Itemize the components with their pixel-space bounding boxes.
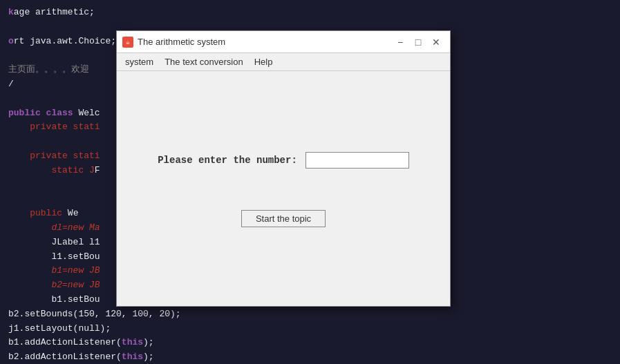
code-line: kage arithmetic; [8,6,612,20]
number-label: Please enter the number: [158,155,297,166]
code-line: b1.addActionListener(this); [8,336,612,350]
maximize-button[interactable]: □ [410,35,426,49]
code-line: j1.setLayout(null); [8,322,612,336]
minimize-button[interactable]: − [392,35,408,49]
start-topic-button[interactable]: Start the topic [241,210,326,227]
arithmetic-dialog: ☕ The arithmetic system − □ ✕ system The… [116,30,451,307]
menu-item-help[interactable]: Help [249,55,279,68]
dialog-title: The arithmetic system [138,37,225,47]
menu-item-system[interactable]: system [120,55,159,68]
dialog-titlebar: ☕ The arithmetic system − □ ✕ [117,31,450,53]
dialog-content: Please enter the number: Start the topic [117,71,450,307]
number-input-row: Please enter the number: [158,152,409,169]
dialog-controls: − □ ✕ [392,35,444,49]
close-button[interactable]: ✕ [428,35,444,49]
dialog-title-left: ☕ The arithmetic system [122,37,225,48]
menu-bar: system The text conversion Help [117,53,450,71]
number-input[interactable] [306,152,409,169]
code-line: b2.addActionListener(this); [8,350,612,364]
menu-item-text-conversion[interactable]: The text conversion [159,55,248,68]
dialog-app-icon: ☕ [122,37,133,48]
code-line: b2.setBounds(150, 120, 100, 20); [8,307,612,322]
